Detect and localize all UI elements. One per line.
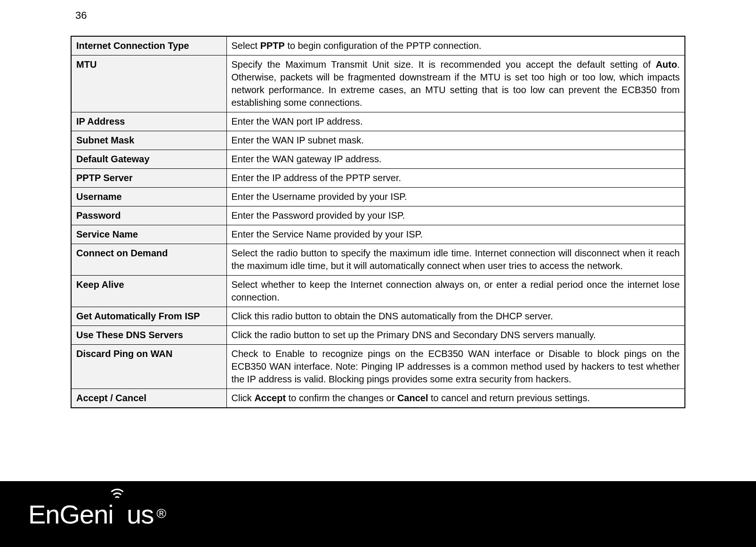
- setting-key: IP Address: [71, 112, 226, 131]
- setting-description: Enter the Service Name provided by your …: [226, 225, 685, 244]
- setting-key: Internet Connection Type: [71, 36, 226, 55]
- logo-text-left: EnGen: [28, 499, 108, 530]
- table-row: MTUSpecify the Maximum Transmit Unit siz…: [71, 55, 685, 112]
- setting-description: Click this radio button to obtain the DN…: [226, 307, 685, 326]
- setting-description: Enter the WAN port IP address.: [226, 112, 685, 131]
- setting-key: Subnet Mask: [71, 131, 226, 150]
- table-row: Subnet MaskEnter the WAN IP subnet mask.: [71, 131, 685, 150]
- setting-description: Enter the Username provided by your ISP.: [226, 188, 685, 206]
- desc-text: Enter the WAN IP subnet mask.: [232, 135, 364, 145]
- setting-key: MTU: [71, 55, 226, 112]
- table-row: Internet Connection TypeSelect PPTP to b…: [71, 36, 685, 55]
- desc-text: Enter the WAN port IP address.: [232, 116, 363, 127]
- settings-table: Internet Connection TypeSelect PPTP to b…: [71, 36, 685, 408]
- desc-text: Enter the IP address of the PPTP server.: [232, 173, 402, 183]
- table-row: Use These DNS ServersClick the radio but…: [71, 326, 685, 345]
- desc-text: to begin configuration of the PPTP conne…: [285, 40, 482, 51]
- setting-key: Username: [71, 188, 226, 206]
- setting-description: Enter the WAN gateway IP address.: [226, 150, 685, 169]
- setting-key: Accept / Cancel: [71, 389, 226, 408]
- desc-bold: PPTP: [260, 40, 285, 51]
- setting-key: Password: [71, 206, 226, 225]
- desc-bold: Auto: [656, 59, 677, 70]
- table-row: Discard Ping on WANCheck to Enable to re…: [71, 345, 685, 389]
- setting-key: Connect on Demand: [71, 244, 226, 276]
- desc-text: Enter the Username provided by your ISP.: [232, 191, 407, 202]
- wifi-icon: i: [108, 499, 127, 530]
- setting-description: Enter the WAN IP subnet mask.: [226, 131, 685, 150]
- desc-text: Check to Enable to recognize pings on th…: [232, 349, 680, 384]
- setting-key: Default Gateway: [71, 150, 226, 169]
- setting-description: Click the radio button to set up the Pri…: [226, 326, 685, 345]
- table-row: Connect on DemandSelect the radio button…: [71, 244, 685, 276]
- setting-description: Check to Enable to recognize pings on th…: [226, 345, 685, 389]
- table-row: Service NameEnter the Service Name provi…: [71, 225, 685, 244]
- engenius-logo: EnGenius®: [28, 499, 166, 530]
- desc-text: Enter the WAN gateway IP address.: [232, 154, 382, 164]
- setting-description: Enter the IP address of the PPTP server.: [226, 169, 685, 188]
- desc-text: Click: [232, 393, 255, 403]
- desc-text: Specify the Maximum Transmit Unit size. …: [232, 59, 656, 70]
- setting-key: Get Automatically From ISP: [71, 307, 226, 326]
- setting-description: Select whether to keep the Internet conn…: [226, 276, 685, 307]
- desc-text: to confirm the changes or: [286, 393, 397, 403]
- logo-text-right: us: [127, 499, 153, 530]
- table-row: PasswordEnter the Password provided by y…: [71, 206, 685, 225]
- setting-description: Click Accept to confirm the changes or C…: [226, 389, 685, 408]
- desc-text: Click the radio button to set up the Pri…: [232, 330, 596, 340]
- setting-key: Keep Alive: [71, 276, 226, 307]
- setting-key: PPTP Server: [71, 169, 226, 188]
- setting-key: Use These DNS Servers: [71, 326, 226, 345]
- setting-description: Select PPTP to begin configuration of th…: [226, 36, 685, 55]
- desc-text: Select the radio button to specify the m…: [232, 248, 680, 271]
- desc-bold: Cancel: [397, 393, 428, 403]
- desc-text: Select: [232, 40, 260, 51]
- table-row: UsernameEnter the Username provided by y…: [71, 188, 685, 206]
- table-row: PPTP ServerEnter the IP address of the P…: [71, 169, 685, 188]
- desc-text: Select whether to keep the Internet conn…: [232, 279, 680, 302]
- table-row: Default GatewayEnter the WAN gateway IP …: [71, 150, 685, 169]
- desc-text: Click this radio button to obtain the DN…: [232, 311, 553, 321]
- desc-text: to cancel and return previous settings.: [428, 393, 590, 403]
- setting-key: Service Name: [71, 225, 226, 244]
- desc-text: Enter the Password provided by your ISP.: [232, 210, 405, 221]
- table-row: Accept / CancelClick Accept to confirm t…: [71, 389, 685, 408]
- table-row: Get Automatically From ISPClick this rad…: [71, 307, 685, 326]
- setting-key: Discard Ping on WAN: [71, 345, 226, 389]
- table-row: IP AddressEnter the WAN port IP address.: [71, 112, 685, 131]
- setting-description: Select the radio button to specify the m…: [226, 244, 685, 276]
- desc-text: Enter the Service Name provided by your …: [232, 229, 423, 239]
- registered-icon: ®: [157, 506, 167, 521]
- table-row: Keep AliveSelect whether to keep the Int…: [71, 276, 685, 307]
- setting-description: Specify the Maximum Transmit Unit size. …: [226, 55, 685, 112]
- page-number: 36: [75, 9, 685, 22]
- setting-description: Enter the Password provided by your ISP.: [226, 206, 685, 225]
- footer-bar: EnGenius®: [0, 481, 756, 547]
- desc-bold: Accept: [254, 393, 286, 403]
